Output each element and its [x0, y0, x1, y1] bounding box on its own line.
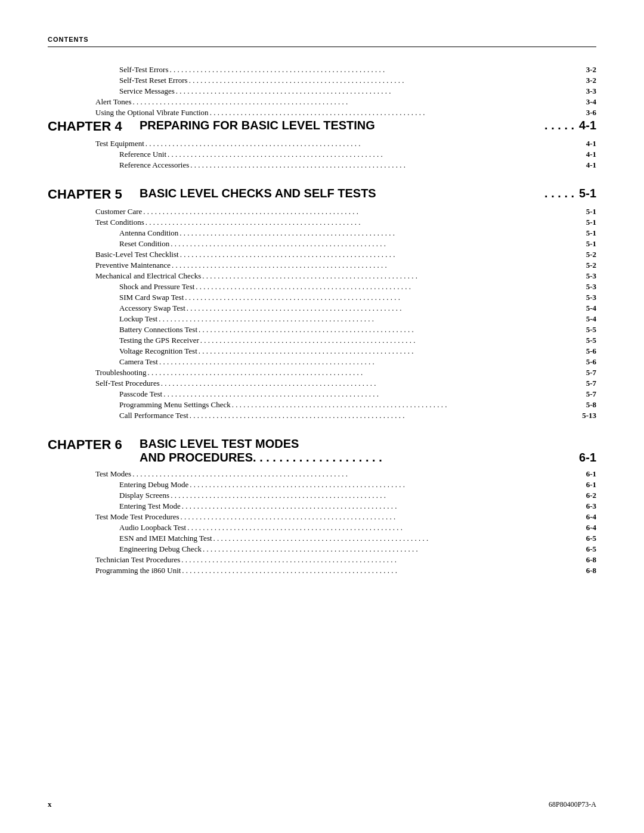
toc-entry: Display Screens . . . . . . . . . . . . … [119, 491, 596, 500]
entry-text: Test Conditions [95, 218, 144, 227]
entry-text: Voltage Recognition Test [119, 346, 197, 356]
toc-entry: Customer Care . . . . . . . . . . . . . … [95, 207, 596, 216]
toc-entry: Lockup Test . . . . . . . . . . . . . . … [119, 314, 596, 324]
entry-text: Testing the GPS Receiver [119, 336, 199, 345]
entry-text: Call Performance Test [119, 411, 188, 420]
toc-entry: Call Performance Test . . . . . . . . . … [119, 411, 596, 420]
entry-text: Self-Test Errors [119, 65, 168, 75]
entry-text: Customer Care [95, 207, 142, 216]
entry-page: 5-2 [578, 250, 596, 259]
toc-entry: Battery Connections Test . . . . . . . .… [119, 325, 596, 335]
entry-page: 6-2 [578, 491, 596, 500]
entry-page: 5-7 [578, 379, 596, 388]
toc-entry: Camera Test . . . . . . . . . . . . . . … [119, 357, 596, 367]
chapter-title-line1: BASIC LEVEL TEST MODES [140, 437, 596, 451]
entry-text: Test Equipment [95, 139, 144, 148]
entry-dots: . . . . . . . . . . . . . . . . . . . . … [187, 523, 577, 532]
toc-entry: Reference Accessories . . . . . . . . . … [119, 160, 596, 170]
entry-page: 5-5 [578, 336, 596, 345]
chapter-heading: CHAPTER 6BASIC LEVEL TEST MODESAND PROCE… [48, 437, 596, 465]
entry-page: 5-8 [578, 400, 596, 410]
entry-dots: . . . . . . . . . . . . . . . . . . . . … [189, 76, 577, 85]
entry-page: 5-1 [578, 207, 596, 216]
entry-text: Using the Optional Vibrate Function [95, 108, 209, 117]
toc-entry: Preventive Maintenance . . . . . . . . .… [95, 261, 596, 270]
toc-entry: Alert Tones . . . . . . . . . . . . . . … [95, 97, 596, 107]
entry-dots: . . . . . . . . . . . . . . . . . . . . … [203, 544, 577, 554]
chapter-page: 4-1 [579, 119, 596, 132]
chapter-block-chapter6: CHAPTER 6BASIC LEVEL TEST MODESAND PROCE… [48, 437, 596, 575]
entry-page: 5-3 [578, 282, 596, 292]
toc-entry: Engineering Debug Check . . . . . . . . … [119, 544, 596, 554]
entry-page: 5-6 [578, 357, 596, 367]
entry-text: Audio Loopback Test [119, 523, 186, 532]
entry-text: Alert Tones [95, 97, 132, 107]
entry-text: Technician Test Procedures [95, 555, 180, 565]
page-header: CONTENTS [48, 36, 596, 47]
toc-entry: Audio Loopback Test . . . . . . . . . . … [119, 523, 596, 532]
entry-text: SIM Card Swap Test [119, 293, 184, 302]
entry-page: 5-1 [578, 218, 596, 227]
footer-doc-number: 68P80400P73-A [549, 800, 596, 809]
entry-dots: . . . . . . . . . . . . . . . . . . . . … [171, 491, 577, 500]
entry-dots: . . . . . . . . . . . . . . . . . . . . … [213, 534, 577, 543]
entry-page: 5-1 [578, 228, 596, 238]
entry-page: 5-7 [578, 368, 596, 377]
entry-text: Camera Test [119, 357, 158, 367]
page: CONTENTS Self-Test Errors . . . . . . . … [0, 0, 644, 833]
entry-page: 3-3 [578, 86, 596, 96]
entry-dots: . . . . . . . . . . . . . . . . . . . . … [171, 239, 577, 249]
entry-dots: . . . . . . . . . . . . . . . . . . . . … [199, 346, 577, 356]
toc-entry: Reset Condition . . . . . . . . . . . . … [119, 239, 596, 249]
entry-text: Entering Test Mode [119, 501, 181, 511]
toc-entry: Antenna Condition . . . . . . . . . . . … [119, 228, 596, 238]
toc-entry: Troubleshooting . . . . . . . . . . . . … [95, 368, 596, 377]
entry-dots: . . . . . . . . . . . . . . . . . . . . … [199, 325, 577, 335]
entry-dots: . . . . . . . . . . . . . . . . . . . . … [202, 271, 577, 281]
chapter-title-line2: AND PROCEDURES [140, 451, 253, 465]
toc-entry: Test Equipment . . . . . . . . . . . . .… [95, 139, 596, 148]
toc-entry: Using the Optional Vibrate Function . . … [95, 108, 596, 117]
entry-page: 5-13 [578, 411, 596, 420]
entry-page: 6-4 [578, 512, 596, 522]
toc-entry: Accessory Swap Test . . . . . . . . . . … [119, 304, 596, 313]
entry-page: 6-3 [578, 501, 596, 511]
entry-dots: . . . . . . . . . . . . . . . . . . . . … [190, 480, 577, 490]
entry-dots: . . . . . . . . . . . . . . . . . . . . … [147, 368, 577, 377]
toc-entry: Entering Test Mode . . . . . . . . . . .… [119, 501, 596, 511]
toc-entry: Test Modes . . . . . . . . . . . . . . .… [95, 469, 596, 479]
toc-entry: SIM Card Swap Test . . . . . . . . . . .… [119, 293, 596, 302]
entry-page: 5-5 [578, 325, 596, 335]
toc-entry: Self-Test Reset Errors . . . . . . . . .… [119, 76, 596, 85]
entry-text: Mechanical and Electrical Checks [95, 271, 201, 281]
chapter-label: CHAPTER 4 [48, 119, 125, 134]
chapter-title-dots: . . . . . [544, 119, 574, 132]
entry-dots: . . . . . . . . . . . . . . . . . . . . … [210, 108, 577, 117]
toc-entry: Self-Test Procedures . . . . . . . . . .… [95, 379, 596, 388]
entry-text: Reference Accessories [119, 160, 189, 170]
entry-text: Programming the i860 Unit [95, 566, 181, 575]
chapter-label: CHAPTER 5 [48, 187, 125, 202]
chapter-heading: CHAPTER 4PREPARING FOR BASIC LEVEL TESTI… [48, 119, 596, 134]
toc-entry: Reference Unit . . . . . . . . . . . . .… [119, 150, 596, 159]
entry-text: ESN and IMEI Matching Test [119, 534, 212, 543]
entry-dots: . . . . . . . . . . . . . . . . . . . . … [190, 411, 577, 420]
entry-dots: . . . . . . . . . . . . . . . . . . . . … [132, 469, 577, 479]
entry-page: 3-2 [578, 76, 596, 85]
entry-dots: . . . . . . . . . . . . . . . . . . . . … [196, 282, 577, 292]
entry-page: 4-1 [578, 160, 596, 170]
entry-dots: . . . . . . . . . . . . . . . . . . . . … [161, 379, 577, 388]
chapters-container: CHAPTER 4PREPARING FOR BASIC LEVEL TESTI… [48, 119, 596, 575]
entry-text: Test Mode Test Procedures [95, 512, 179, 522]
chapter-heading: CHAPTER 5BASIC LEVEL CHECKS AND SELF TES… [48, 187, 596, 202]
entry-page: 5-1 [578, 239, 596, 249]
chapter-title: PREPARING FOR BASIC LEVEL TESTING [140, 119, 544, 132]
entry-page: 5-4 [578, 304, 596, 313]
entry-dots: . . . . . . . . . . . . . . . . . . . . … [232, 400, 577, 410]
toc-entry: Programming the i860 Unit . . . . . . . … [95, 566, 596, 575]
chapter-block-chapter5: CHAPTER 5BASIC LEVEL CHECKS AND SELF TES… [48, 187, 596, 420]
entry-dots: . . . . . . . . . . . . . . . . . . . . … [176, 86, 577, 96]
chapter-title-dots: . . . . . [544, 187, 574, 200]
page-footer: x 68P80400P73-A [48, 800, 596, 809]
entry-page: 6-1 [578, 469, 596, 479]
